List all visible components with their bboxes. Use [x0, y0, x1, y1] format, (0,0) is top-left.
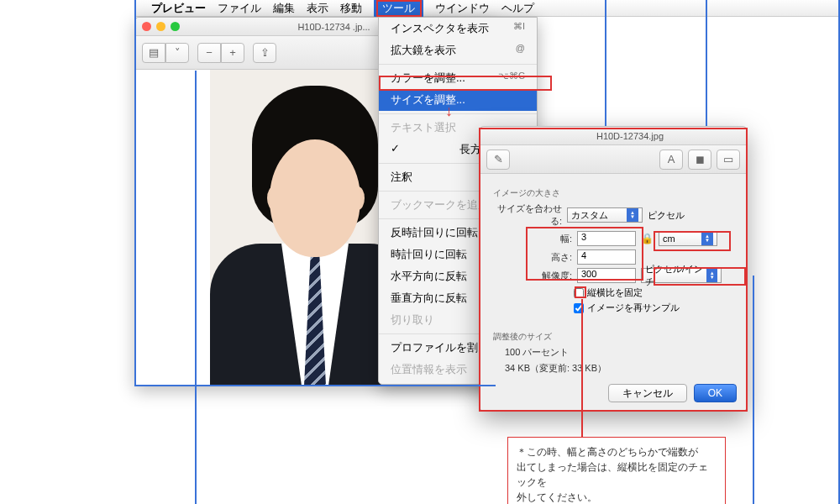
unit-select-value: cm: [663, 234, 675, 244]
resolution-unit-value: ピクセル/インチ: [645, 263, 706, 288]
share-icon[interactable]: ⇪: [253, 43, 276, 63]
height-label: 高さ:: [530, 251, 572, 264]
menu-item-label: サイズを調整...: [391, 92, 465, 108]
shortcut: @: [516, 43, 525, 58]
zoom-out-icon[interactable]: −: [197, 43, 221, 63]
resolution-unit-select[interactable]: ピクセル/インチ ▲▼: [641, 268, 722, 283]
fit-label: サイズを合わせる:: [493, 202, 562, 228]
stepper-icon: ▲▼: [627, 208, 638, 222]
guide-line: [753, 276, 754, 504]
result-percent: 100 パーセント: [505, 346, 733, 359]
menu-item-label: 垂直方向に反転: [391, 291, 467, 306]
dialog-titlebar: H10D-12734.jpg: [480, 127, 747, 145]
menubar-edit[interactable]: 編集: [273, 1, 295, 16]
menu-magnifier[interactable]: 拡大鏡を表示 @: [379, 39, 537, 61]
menu-item-label: 位置情報を表示: [391, 362, 467, 377]
stepper-icon: ▲▼: [706, 269, 717, 282]
menubar-file[interactable]: ファイル: [218, 1, 261, 16]
dialog-title: H10D-12734.jpg: [520, 131, 740, 141]
section-image-size: イメージの大きさ: [493, 187, 733, 199]
close-icon[interactable]: [142, 22, 151, 31]
lock-icon[interactable]: 🔒: [641, 233, 654, 244]
width-label: 幅:: [530, 233, 572, 245]
dialog-button-row: キャンセル OK: [608, 384, 737, 402]
menu-separator: [379, 64, 537, 65]
section-result: 調整後のサイズ: [493, 331, 733, 343]
text-icon[interactable]: A: [659, 150, 683, 170]
menu-item-label: 反時計回りに回転: [391, 225, 478, 240]
guide-line: [706, 0, 707, 126]
menu-item-label: 拡大鏡を表示: [391, 43, 456, 58]
width-field[interactable]: 3: [577, 231, 636, 246]
menubar-app[interactable]: プレビュー: [151, 1, 206, 16]
menu-adjust-size-selected[interactable]: サイズを調整...: [379, 89, 537, 111]
menu-item-label: インスペクタを表示: [391, 21, 489, 36]
callout-line2: 出てしまった場合は、縦横比を固定のチェックを: [517, 461, 708, 488]
menu-item-label: ブックマークを追加: [391, 197, 489, 213]
unit-select[interactable]: cm ▲▼: [659, 231, 717, 246]
callout-line3: 外してください。: [517, 491, 597, 503]
menubar-window[interactable]: ウインドウ: [435, 1, 490, 16]
menubar-go[interactable]: 移動: [340, 1, 362, 16]
menubar-tools-selected[interactable]: ツール: [374, 0, 423, 18]
view-dropdown-icon[interactable]: ˅: [165, 43, 189, 63]
aspect-ratio-checkbox[interactable]: [574, 288, 584, 298]
shortcut: ⌥⌘C: [498, 71, 525, 86]
zoom-in-icon[interactable]: +: [221, 43, 244, 63]
minimize-icon[interactable]: [156, 22, 165, 31]
resample-checkbox[interactable]: [574, 303, 584, 313]
ok-button[interactable]: OK: [694, 384, 737, 402]
fit-select[interactable]: カスタム ▲▼: [567, 207, 643, 223]
resample-label: イメージを再サンプル: [587, 302, 680, 314]
menu-inspector[interactable]: インスペクタを表示 ⌘I: [379, 18, 537, 39]
callout-line1: ＊この時、幅と高さのどちらかで端数が: [517, 446, 698, 458]
menu-item-label: 注釈: [391, 170, 412, 185]
fit-select-value: カスタム: [571, 209, 608, 222]
cancel-button[interactable]: キャンセル: [608, 384, 687, 402]
resolution-label: 解像度:: [530, 270, 572, 282]
annotation-callout: ＊この時、幅と高さのどちらかで端数が 出てしまった場合は、縦横比を固定のチェック…: [507, 437, 726, 504]
height-field[interactable]: 4: [577, 249, 636, 265]
stepper-icon: ▲▼: [701, 232, 713, 245]
adjust-size-dialog: H10D-12734.jpg ✎ A ◼ ▭ イメージの大きさ サイズを合わせる…: [479, 126, 748, 412]
dialog-body: イメージの大きさ サイズを合わせる: カスタム ▲▼ ピクセル 幅: 3 🔒 c…: [480, 174, 747, 390]
traffic-lights: [142, 22, 180, 31]
fit-unit-label: ピクセル: [648, 209, 685, 222]
annotation-arrow-icon: ↓: [445, 102, 453, 120]
markup-pencil-icon[interactable]: ✎: [486, 150, 510, 170]
dialog-toolbar: ✎ A ◼ ▭: [480, 145, 747, 174]
menu-item-label: 切り取り: [391, 312, 434, 328]
sidebar-view-icon[interactable]: ▤: [142, 43, 165, 63]
color-swatch-icon[interactable]: ◼: [688, 150, 711, 170]
shape-icon[interactable]: ▭: [717, 150, 740, 170]
menu-item-label: テキスト選択: [391, 120, 456, 135]
menu-item-label: 水平方向に反転: [391, 269, 467, 284]
menubar-view[interactable]: 表示: [307, 1, 328, 16]
menu-item-label: 時計回りに回転: [391, 247, 467, 262]
resolution-field[interactable]: 300: [577, 268, 636, 283]
zoom-icon[interactable]: [171, 22, 180, 31]
menu-item-label: カラーを調整...: [391, 71, 465, 86]
menu-adjust-color[interactable]: カラーを調整... ⌥⌘C: [379, 67, 537, 89]
aspect-ratio-label: 縦横比を固定: [587, 286, 643, 299]
guide-line: [605, 0, 606, 126]
result-size: 34 KB（変更前: 33 KB）: [505, 362, 733, 375]
menu-separator: [379, 113, 537, 114]
menubar-help[interactable]: ヘルプ: [501, 1, 534, 16]
menubar: プレビュー ファイル 編集 表示 移動 ツール ウインドウ ヘルプ: [134, 0, 840, 17]
shortcut: ⌘I: [513, 21, 525, 36]
